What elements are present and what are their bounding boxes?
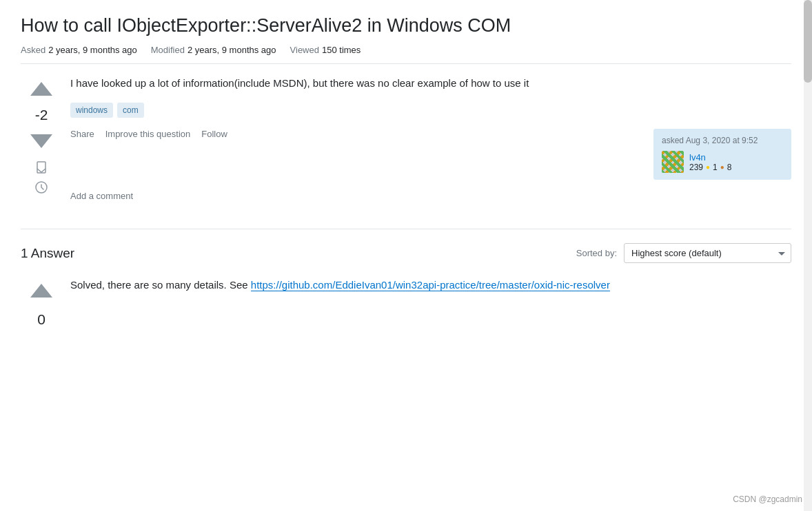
follow-link[interactable]: Follow: [201, 129, 227, 139]
avatar: [662, 151, 684, 173]
meta-asked: Asked 2 years, 9 months ago: [21, 45, 137, 55]
bookmark-icon[interactable]: [34, 160, 48, 178]
answer-content: Solved, there are so many details. See h…: [62, 277, 791, 328]
answers-header: 1 Answer Sorted by: Highest score (defau…: [21, 243, 791, 263]
user-info: lv4n 239 ● 1 ● 8: [662, 151, 783, 173]
answer-vote-column: 0: [21, 277, 62, 328]
vote-actions: [34, 160, 48, 198]
sorted-by: Sorted by: Highest score (default) Trend…: [576, 243, 791, 263]
tag-windows[interactable]: windows: [70, 103, 113, 118]
question-text: I have looked up a lot of information(in…: [70, 75, 791, 92]
tag-com[interactable]: com: [117, 103, 144, 118]
answer-upvote-button[interactable]: [29, 280, 54, 304]
tags-container: windows com: [70, 103, 791, 118]
answer-body: 0 Solved, there are so many details. See…: [21, 277, 791, 328]
downvote-button[interactable]: [29, 127, 54, 152]
user-details: lv4n 239 ● 1 ● 8: [689, 152, 732, 172]
upvote-button[interactable]: [29, 78, 54, 103]
bronze-badge-icon: ●: [720, 163, 724, 171]
share-link[interactable]: Share: [70, 129, 94, 139]
svg-rect-0: [37, 162, 45, 173]
add-comment-link[interactable]: Add a comment: [70, 191, 791, 201]
meta-viewed: Viewed 150 times: [290, 45, 361, 55]
question-meta: Asked 2 years, 9 months ago Modified 2 y…: [21, 45, 791, 64]
question-actions: Share Improve this question Follow: [70, 129, 227, 139]
sort-select[interactable]: Highest score (default) Trending (recent…: [624, 243, 791, 263]
answers-title: 1 Answer: [21, 246, 74, 261]
username[interactable]: lv4n: [689, 152, 732, 163]
question-title: How to call IObjectExporter::ServerAlive…: [21, 14, 791, 38]
asked-card: asked Aug 3, 2020 at 9:52 lv4n 239 ● 1 ●: [653, 129, 791, 180]
answer-text: Solved, there are so many details. See h…: [70, 277, 791, 293]
question-body: -2: [21, 75, 791, 215]
answer-vote-count: 0: [37, 311, 45, 328]
divider: [21, 229, 791, 229]
meta-modified: Modified 2 years, 9 months ago: [151, 45, 276, 55]
content-column: I have looked up a lot of information(in…: [62, 75, 791, 215]
history-icon[interactable]: [34, 180, 48, 198]
gold-badge-icon: ●: [706, 163, 710, 171]
vote-count: -2: [35, 107, 48, 123]
reputation: 239 ● 1 ● 8: [689, 163, 732, 172]
asked-card-label: asked Aug 3, 2020 at 9:52: [662, 136, 783, 145]
improve-question-link[interactable]: Improve this question: [105, 129, 191, 139]
answer-github-link[interactable]: https://github.com/EddieIvan01/win32api-…: [251, 279, 610, 291]
vote-column: -2: [21, 75, 62, 215]
